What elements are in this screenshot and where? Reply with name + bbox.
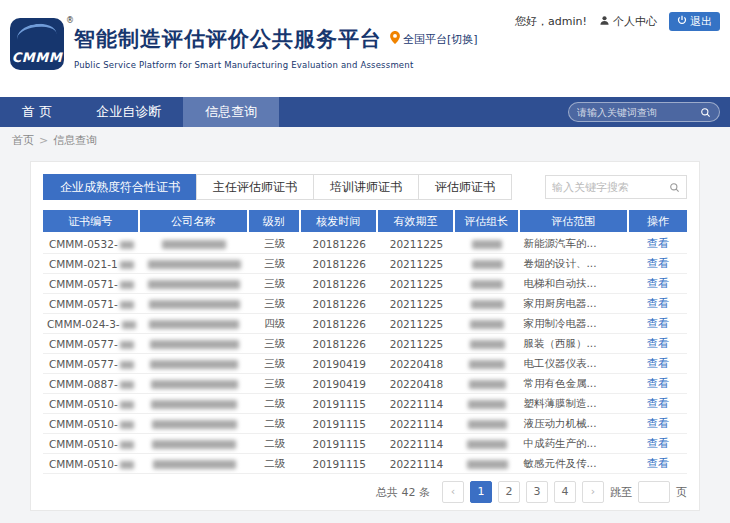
breadcrumb: 首页>信息查询	[0, 127, 730, 155]
valid-until-cell: 20211225	[378, 234, 455, 254]
company-name-cell	[140, 254, 249, 274]
scope-cell: 电工仪器仪表...	[520, 354, 629, 374]
page-title: 智能制造评估评价公共服务平台	[74, 25, 382, 53]
view-link[interactable]: 查看	[647, 237, 669, 250]
tab-enterprise-maturity-cert[interactable]: 企业成熟度符合性证书	[43, 174, 197, 200]
user-center-link[interactable]: 个人中心	[599, 14, 657, 29]
nav-item-self-diagnosis[interactable]: 企业自诊断	[74, 97, 183, 127]
pagination: 总共 42 条 ‹ 1234 › 跳至 页	[43, 481, 687, 503]
table-row: CMMM-0532-三级2018122620211225新能源汽车的...查看	[43, 234, 687, 254]
redacted-cert-suffix	[120, 261, 134, 269]
subtitle: Public Service Platform for Smart Manufa…	[74, 60, 478, 70]
company-name-cell	[140, 314, 249, 334]
scope-cell: 卷烟的设计、...	[520, 254, 629, 274]
tab-assessor-cert[interactable]: 评估师证书	[418, 174, 512, 200]
logo-text: CMMM	[12, 50, 62, 65]
redacted-company-name	[152, 440, 236, 449]
lead-assessor-cell	[455, 334, 519, 354]
cert-number-cell: CMMM-0571-	[43, 274, 140, 294]
platform-label: 全国平台[切换]	[403, 32, 478, 47]
redacted-company-name	[148, 280, 240, 289]
action-cell: 查看	[629, 274, 687, 294]
view-link[interactable]: 查看	[647, 377, 669, 390]
lead-assessor-cell	[455, 454, 519, 474]
logout-button[interactable]: 退出	[669, 12, 720, 31]
tab-training-lecturer-cert[interactable]: 培训讲师证书	[313, 174, 419, 200]
lead-assessor-cell	[455, 294, 519, 314]
nav-search-input[interactable]	[577, 107, 700, 118]
table-body: CMMM-0532-三级2018122620211225新能源汽车的...查看C…	[43, 234, 687, 474]
valid-until-cell: 20211225	[378, 274, 455, 294]
page-button-1[interactable]: 1	[470, 481, 492, 503]
nav-item-home[interactable]: 首 页	[0, 97, 74, 127]
level-cell: 二级	[249, 414, 301, 434]
jump-page-input[interactable]	[638, 481, 670, 503]
redacted-cert-suffix	[122, 321, 136, 329]
issue-date-cell: 20190419	[301, 374, 378, 394]
redacted-company-name	[149, 300, 240, 309]
tab-chief-assessor-cert[interactable]: 主任评估师证书	[196, 174, 314, 200]
lead-assessor-cell	[455, 234, 519, 254]
valid-until-cell: 20220418	[378, 374, 455, 394]
power-icon	[677, 15, 687, 28]
view-link[interactable]: 查看	[647, 317, 669, 330]
valid-until-cell: 20211225	[378, 314, 455, 334]
platform-switcher[interactable]: 全国平台[切换]	[390, 31, 478, 47]
page-unit-label: 页	[676, 485, 687, 500]
next-page-button[interactable]: ›	[582, 481, 604, 503]
valid-until-cell: 20220418	[378, 354, 455, 374]
view-link[interactable]: 查看	[647, 337, 669, 350]
view-link[interactable]: 查看	[647, 437, 669, 450]
search-icon[interactable]	[700, 103, 711, 122]
redacted-lead-assessor	[467, 460, 508, 469]
action-cell: 查看	[629, 234, 687, 254]
cert-number-cell: CMMM-0510-	[43, 414, 140, 434]
cert-number-cell: CMMM-021-1	[43, 254, 140, 274]
valid-until-cell: 20221114	[378, 434, 455, 454]
column-header-valid-until: 有效期至	[378, 210, 455, 234]
page-button-2[interactable]: 2	[498, 481, 520, 503]
company-name-cell	[140, 414, 249, 434]
view-link[interactable]: 查看	[647, 277, 669, 290]
table-row: CMMM-0510-二级2019111520221114中成药生产的...查看	[43, 434, 687, 454]
issue-date-cell: 20181226	[301, 234, 378, 254]
prev-page-button[interactable]: ‹	[442, 481, 464, 503]
page-button-3[interactable]: 3	[526, 481, 548, 503]
view-link[interactable]: 查看	[647, 297, 669, 310]
column-header-scope: 评估范围	[520, 210, 629, 234]
view-link[interactable]: 查看	[647, 357, 669, 370]
keyword-search-input[interactable]	[552, 181, 669, 193]
content-card: 企业成熟度符合性证书 主任评估师证书 培训讲师证书 评估师证书	[30, 161, 700, 511]
level-cell: 三级	[249, 374, 301, 394]
company-name-cell	[140, 434, 249, 454]
page-button-4[interactable]: 4	[554, 481, 576, 503]
redacted-cert-suffix	[120, 281, 134, 289]
level-cell: 三级	[249, 254, 301, 274]
redacted-lead-assessor	[469, 360, 505, 369]
level-cell: 二级	[249, 394, 301, 414]
view-link[interactable]: 查看	[647, 257, 669, 270]
redacted-lead-assessor	[468, 400, 506, 409]
redacted-cert-suffix	[120, 441, 134, 449]
nav-item-info-query[interactable]: 信息查询	[183, 97, 279, 127]
table-row: CMMM-0510-二级2019111520221114液压动力机械...查看	[43, 414, 687, 434]
keyword-search-icon[interactable]	[669, 178, 680, 197]
action-cell: 查看	[629, 414, 687, 434]
tabs-row: 企业成熟度符合性证书 主任评估师证书 培训讲师证书 评估师证书	[43, 174, 687, 200]
breadcrumb-separator: >	[39, 134, 48, 147]
level-cell: 三级	[249, 274, 301, 294]
level-cell: 三级	[249, 354, 301, 374]
view-link[interactable]: 查看	[647, 417, 669, 430]
view-link[interactable]: 查看	[647, 457, 669, 470]
action-cell: 查看	[629, 294, 687, 314]
breadcrumb-home[interactable]: 首页	[12, 134, 34, 147]
view-link[interactable]: 查看	[647, 397, 669, 410]
scope-cell: 家用厨房电器...	[520, 294, 629, 314]
jump-label: 跳至	[610, 485, 632, 500]
action-cell: 查看	[629, 314, 687, 334]
level-cell: 二级	[249, 454, 301, 474]
cert-number-cell: CMMM-0577-	[43, 334, 140, 354]
column-header-company-name: 公司名称	[140, 210, 249, 234]
title-block: 智能制造评估评价公共服务平台 全国平台[切换] Public Service P…	[74, 25, 478, 70]
breadcrumb-current: 信息查询	[53, 134, 97, 147]
